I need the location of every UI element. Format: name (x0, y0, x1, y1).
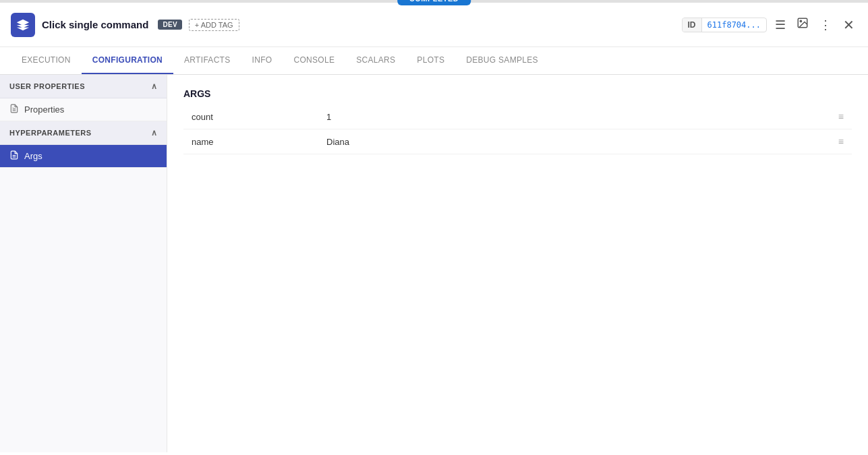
row-menu-icon-name[interactable]: ≡ (838, 136, 844, 147)
tab-configuration[interactable]: CONFIGURATION (82, 47, 173, 74)
tab-scalars[interactable]: SCALARS (345, 47, 406, 74)
user-properties-label: USER PROPERTIES (9, 82, 85, 90)
sidebar-properties-label: Properties (24, 104, 64, 115)
tab-execution[interactable]: EXECUTION (11, 47, 82, 74)
tabs-bar: EXECUTION CONFIGURATION ARTIFACTS INFO C… (0, 47, 868, 75)
sidebar-item-args[interactable]: Args (0, 145, 167, 168)
list-view-button[interactable]: ☰ (772, 15, 788, 35)
args-title: ARGS (183, 88, 852, 99)
content-area: ARGS count 1 ≡ name Diana ≡ (167, 75, 868, 452)
arg-key-name: name (183, 129, 318, 154)
kebab-icon: ⋮ (819, 18, 832, 32)
args-table: count 1 ≡ name Diana ≡ (183, 104, 852, 154)
main-layout: USER PROPERTIES ∧ Properties HYPERPARAME… (0, 75, 868, 452)
table-row: count 1 ≡ (183, 104, 852, 129)
user-properties-chevron-icon: ∧ (151, 82, 158, 91)
id-label: ID (683, 18, 702, 32)
add-tag-button[interactable]: + ADD TAG (189, 19, 239, 31)
args-document-icon (9, 150, 19, 162)
hyperparameters-label: HYPERPARAMETERS (9, 129, 92, 137)
header-title: Click single command (42, 19, 148, 30)
arg-value-count: 1 (318, 104, 825, 129)
more-menu-button[interactable]: ⋮ (817, 15, 835, 35)
document-icon (9, 104, 19, 115)
sidebar-args-label: Args (24, 151, 42, 161)
header: Click single command DEV + ADD TAG ID 61… (0, 3, 868, 47)
sidebar: USER PROPERTIES ∧ Properties HYPERPARAME… (0, 75, 167, 452)
arg-key-count: count (183, 104, 318, 129)
tab-plots[interactable]: PLOTS (406, 47, 455, 74)
user-properties-section-header[interactable]: USER PROPERTIES ∧ (0, 75, 167, 98)
dev-badge: DEV (158, 20, 181, 30)
id-badge: ID 611f8704... (682, 18, 767, 32)
sidebar-item-properties[interactable]: Properties (0, 98, 167, 121)
tab-debug-samples[interactable]: DEBUG SAMPLES (455, 47, 549, 74)
close-button[interactable]: ✕ (840, 14, 857, 36)
list-icon: ☰ (775, 18, 786, 32)
arg-value-name: Diana (318, 129, 825, 154)
top-bar: COMPLETED (0, 0, 868, 3)
header-title-group: Click single command DEV + ADD TAG (42, 19, 239, 31)
table-row: name Diana ≡ (183, 129, 852, 154)
id-value: 611f8704... (702, 18, 766, 32)
header-right: ID 611f8704... ☰ ⋮ ✕ (682, 14, 857, 36)
tab-info[interactable]: INFO (241, 47, 283, 74)
hyperparameters-section-header[interactable]: HYPERPARAMETERS ∧ (0, 121, 167, 145)
hyperparameters-chevron-icon: ∧ (151, 128, 158, 138)
image-view-button[interactable] (794, 14, 811, 35)
completed-badge: COMPLETED (397, 0, 471, 5)
logo-icon (11, 13, 35, 37)
close-icon: ✕ (843, 17, 855, 33)
image-icon (797, 17, 809, 32)
tab-artifacts[interactable]: ARTIFACTS (173, 47, 241, 74)
tab-console[interactable]: CONSOLE (283, 47, 345, 74)
row-menu-icon-count[interactable]: ≡ (838, 111, 844, 122)
svg-point-1 (800, 20, 801, 22)
